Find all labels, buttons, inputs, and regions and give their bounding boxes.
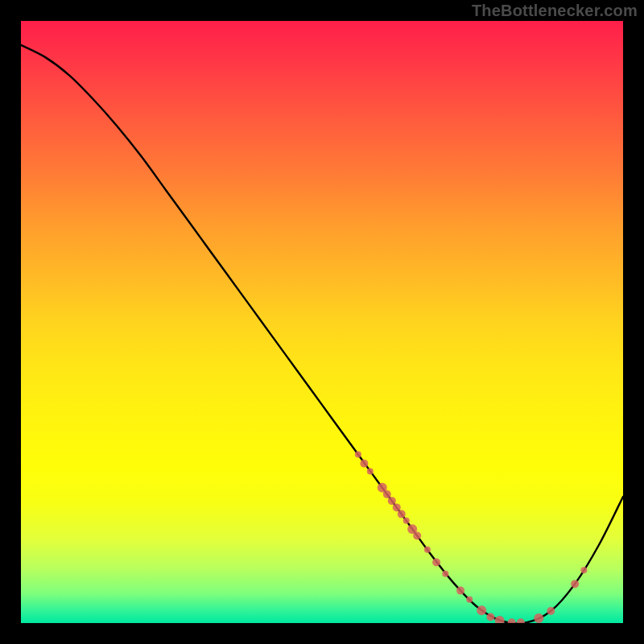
watermark-text: TheBottlenecker.com [472, 2, 638, 20]
data-dot [403, 518, 410, 524]
data-dot [477, 605, 486, 615]
data-dot [355, 452, 361, 458]
bottleneck-curve-svg [21, 21, 623, 623]
data-dot [486, 613, 494, 621]
data-dot [413, 532, 421, 540]
data-dot [432, 558, 440, 566]
data-dot [367, 469, 374, 475]
data-dot [508, 618, 516, 623]
data-dot [393, 503, 401, 511]
data-dot [456, 587, 464, 595]
data-dot [388, 497, 396, 505]
data-dot [580, 567, 587, 573]
data-dot [424, 547, 431, 553]
data-dot-layer [355, 452, 588, 623]
data-dot [360, 460, 368, 468]
data-dot [547, 607, 555, 615]
plot-area [21, 21, 623, 623]
chart-frame: TheBottlenecker.com [0, 0, 644, 644]
data-dot [466, 597, 473, 603]
data-dot [517, 618, 525, 623]
data-dot [571, 580, 579, 588]
data-dot [495, 616, 505, 623]
data-dot [442, 571, 448, 577]
data-dot [383, 490, 391, 498]
data-dot [534, 613, 543, 623]
data-dot [398, 510, 406, 518]
bottleneck-curve [21, 45, 623, 623]
